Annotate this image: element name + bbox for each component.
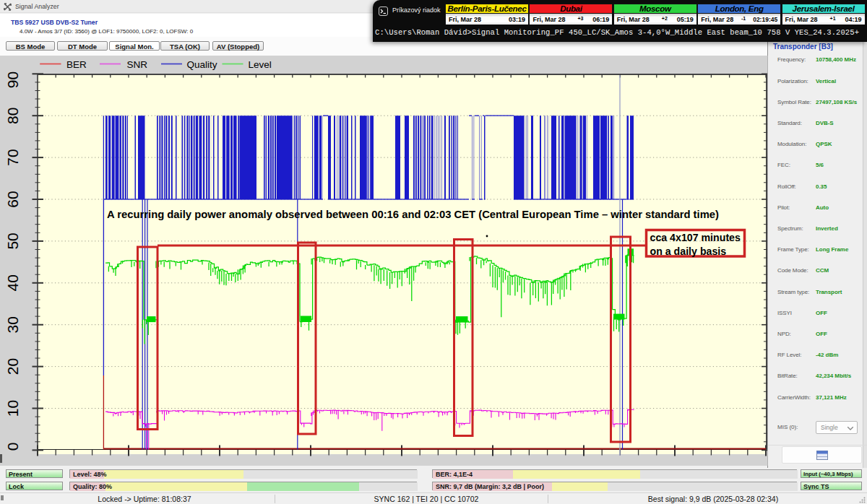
svg-text:30: 30 — [4, 316, 21, 333]
svg-text:20: 20 — [4, 358, 21, 375]
svg-text:70: 70 — [4, 149, 21, 165]
svg-text:80: 80 — [4, 108, 21, 124]
svg-text:BER: BER — [66, 59, 87, 70]
svg-text:on a daily basis: on a daily basis — [650, 246, 727, 257]
svg-text:cca 4x107 minutes: cca 4x107 minutes — [650, 232, 741, 243]
svg-text:Quality: Quality — [187, 59, 217, 70]
svg-text:90: 90 — [4, 71, 21, 88]
svg-text:A recurring daily power anomal: A recurring daily power anomaly observed… — [107, 209, 719, 220]
svg-text:10: 10 — [4, 400, 21, 417]
svg-text:50: 50 — [4, 233, 21, 249]
svg-text:40: 40 — [4, 274, 21, 291]
svg-text:Level: Level — [249, 59, 272, 70]
svg-text:0: 0 — [4, 443, 21, 451]
svg-text:60: 60 — [4, 191, 21, 207]
svg-text:SNR: SNR — [127, 59, 148, 70]
